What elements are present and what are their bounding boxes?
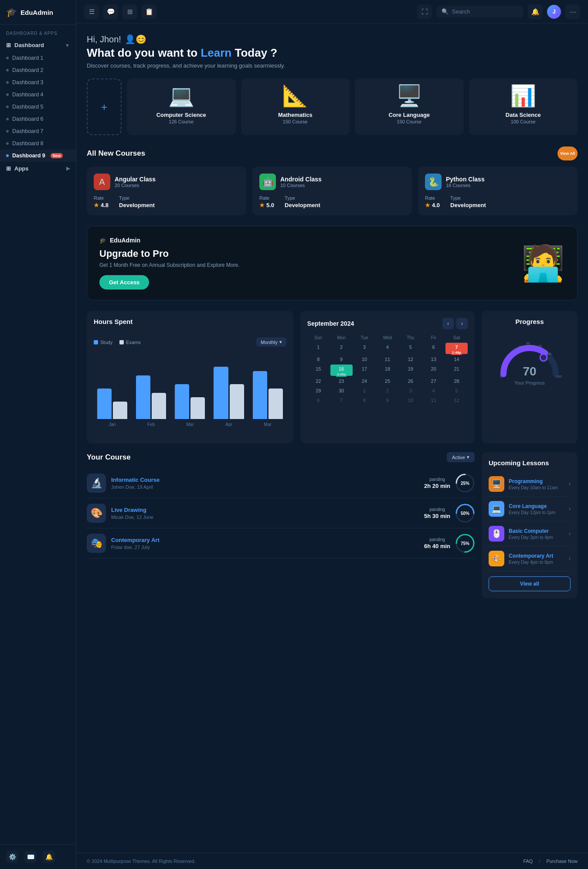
calendar-day[interactable]: 26	[399, 377, 421, 385]
calendar-day[interactable]: 9	[376, 396, 398, 405]
notification-icon-btn[interactable]: 🔔	[43, 851, 55, 863]
calendar-day[interactable]: 14	[445, 355, 468, 364]
category-card-1[interactable]: 📐 Mathematics 150 Course	[241, 78, 350, 135]
lesson-item-3[interactable]: 🎨 Contemporary Art Every Day 4pm to 6pm …	[489, 546, 571, 571]
settings-icon-btn[interactable]: ⚙️	[6, 851, 18, 863]
course-name[interactable]: Contemporary Art	[111, 537, 419, 543]
calendar-day[interactable]: 1	[307, 343, 330, 354]
category-sub: 150 Course	[397, 119, 421, 124]
add-category-card[interactable]: ＋	[87, 78, 122, 135]
calendar-day[interactable]: 71:48p	[445, 343, 468, 354]
sidebar-item-dashboard-2[interactable]: Dashboard 2	[0, 64, 76, 76]
clipboard-icon-btn[interactable]: 📋	[142, 4, 156, 19]
calendar-day[interactable]: 1	[353, 386, 376, 395]
calendar-day[interactable]: 163:48a	[330, 365, 353, 376]
bullet-icon	[6, 154, 9, 157]
sidebar-item-dashboard-7[interactable]: Dashboard 7	[0, 125, 76, 137]
calendar-day[interactable]: 4	[422, 386, 445, 395]
calendar-day[interactable]: 13	[422, 355, 445, 364]
calendar-day[interactable]: 5	[399, 343, 421, 354]
course-name[interactable]: Live Drawing	[111, 507, 419, 513]
bell-icon-btn[interactable]: 🔔	[528, 4, 543, 19]
sidebar-dashboard-parent[interactable]: ⊞ Dashboard ▼	[0, 38, 76, 52]
calendar-day[interactable]: 10	[353, 355, 376, 364]
calendar-day[interactable]: 8	[353, 396, 376, 405]
calendar-day[interactable]: 28	[445, 377, 468, 385]
calendar-day[interactable]: 29	[307, 386, 330, 395]
calendar-day[interactable]: 12	[399, 355, 421, 364]
calendar-day[interactable]: 20	[422, 365, 445, 376]
category-card-0[interactable]: 💻 Computer Science 126 Course	[127, 78, 236, 135]
sidebar-item-dashboard-8[interactable]: Dashboard 8	[0, 137, 76, 150]
hero-subtitle: Discover courses, track progress, and ac…	[87, 62, 578, 69]
sidebar-item-dashboard-6[interactable]: Dashboard 6	[0, 113, 76, 125]
sidebar-item-dashboard-1[interactable]: Dashboard 1	[0, 52, 76, 64]
sidebar-item-label: Dashboard 7	[12, 128, 44, 134]
calendar-day[interactable]: 2	[376, 386, 398, 395]
calendar-day[interactable]: 11	[376, 355, 398, 364]
study-bar	[253, 371, 267, 419]
calendar-day[interactable]: 22	[307, 377, 330, 385]
lesson-item-1[interactable]: 💻 Core Language Every Day 12pm to 1pm ›	[489, 497, 571, 521]
calendar-day[interactable]: 5	[445, 386, 468, 395]
course-time: 2h 20 min	[424, 483, 450, 489]
chart-filter-button[interactable]: Monthly ▾	[256, 337, 286, 347]
get-access-button[interactable]: Get Access	[99, 275, 149, 290]
calendar-day[interactable]: 23	[330, 377, 353, 385]
calendar-day[interactable]: 2	[330, 343, 353, 354]
calendar-day[interactable]: 3	[353, 343, 376, 354]
bullet-icon	[6, 106, 9, 108]
sidebar-apps-item[interactable]: ⊞ Apps ▶	[0, 162, 76, 175]
calendar-day[interactable]: 12	[445, 396, 468, 405]
grid-icon-btn[interactable]: ⊞	[122, 4, 137, 19]
calendar-day[interactable]: 6	[422, 343, 445, 354]
progress-pct: 75%	[461, 541, 469, 546]
view-all-lessons-button[interactable]: View all	[489, 576, 571, 591]
calendar-next-button[interactable]: ›	[456, 318, 468, 329]
calendar-day[interactable]: 10	[399, 396, 421, 405]
bullet-icon	[6, 69, 9, 72]
purchase-link[interactable]: Purchase Now	[546, 859, 578, 864]
lesson-item-2[interactable]: 🖱️ Basic Computer Every Day 2pm to 4pm ›	[489, 521, 571, 546]
calendar-day[interactable]: 3	[399, 386, 421, 395]
calendar-day[interactable]: 4	[376, 343, 398, 354]
course-filter-button[interactable]: Active ▾	[447, 452, 475, 462]
category-card-3[interactable]: 📊 Data Science 100 Course	[469, 78, 578, 135]
course-card-1[interactable]: 🤖 Android Class 10 Courses Rate ★5.0 Typ…	[252, 167, 412, 215]
calendar-day[interactable]: 18	[376, 365, 398, 376]
course-card-2[interactable]: 🐍 Python Class 18 Courses Rate ★4.0 Type…	[418, 167, 578, 215]
fullscreen-icon-btn[interactable]: ⛶	[417, 4, 432, 19]
calendar-day[interactable]: 9	[330, 355, 353, 364]
calendar-day[interactable]: 30	[330, 386, 353, 395]
calendar-day[interactable]: 15	[307, 365, 330, 376]
sidebar-item-dashboard-4[interactable]: Dashboard 4	[0, 89, 76, 101]
calendar-day[interactable]: 8	[307, 355, 330, 364]
calendar-day[interactable]: 27	[422, 377, 445, 385]
more-icon-btn[interactable]: ⋯	[565, 4, 580, 19]
avatar[interactable]: J	[547, 5, 561, 19]
calendar-day[interactable]: 19	[399, 365, 421, 376]
calendar-prev-button[interactable]: ‹	[442, 318, 454, 329]
category-cards: 💻 Computer Science 126 Course📐 Mathemati…	[127, 78, 578, 135]
sidebar-item-dashboard-3[interactable]: Dashboard 3	[0, 76, 76, 89]
search-input[interactable]	[452, 8, 518, 15]
course-name[interactable]: Informatic Course	[111, 477, 419, 483]
calendar-day[interactable]: 17	[353, 365, 376, 376]
calendar-day[interactable]: 6	[307, 396, 330, 405]
calendar-day[interactable]: 7	[330, 396, 353, 405]
promo-logo-icon: 🎓	[99, 237, 106, 244]
sidebar-item-dashboard-5[interactable]: Dashboard 5	[0, 101, 76, 113]
chat-icon-btn[interactable]: 💬	[103, 4, 118, 19]
calendar-day[interactable]: 11	[422, 396, 445, 405]
lesson-item-0[interactable]: 🖥️ Programming Every Day 10am to 11am ›	[489, 472, 571, 497]
sidebar-item-dashboard-9[interactable]: Dashboard 9 New	[0, 150, 76, 162]
menu-toggle-button[interactable]: ☰	[84, 4, 99, 19]
calendar-day[interactable]: 21	[445, 365, 468, 376]
course-card-0[interactable]: A Angular Class 20 Courses Rate ★4.8 Typ…	[87, 167, 246, 215]
calendar-day[interactable]: 24	[353, 377, 376, 385]
view-all-button[interactable]: View All	[557, 147, 578, 160]
mail-icon-btn[interactable]: ✉️	[24, 851, 37, 863]
category-card-2[interactable]: 🖥️ Core Language 150 Course	[355, 78, 464, 135]
calendar-day[interactable]: 25	[376, 377, 398, 385]
faq-link[interactable]: FAQ	[523, 859, 533, 864]
